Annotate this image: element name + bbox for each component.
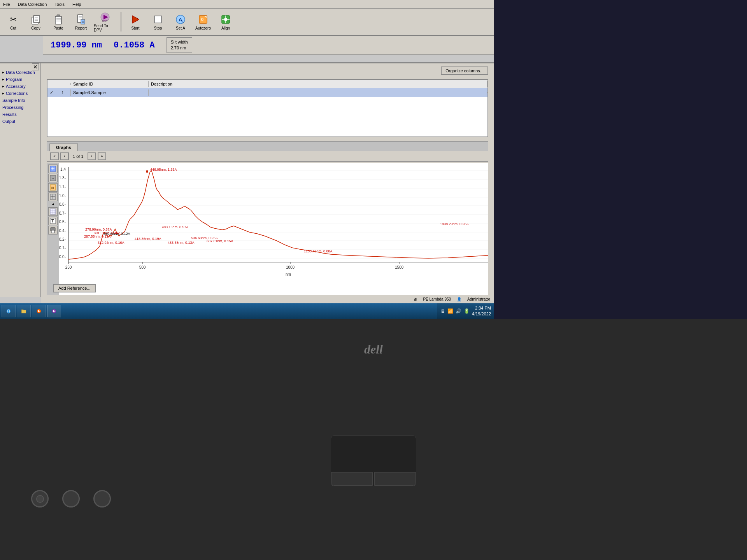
- pan-tool[interactable]: ↔: [48, 174, 58, 182]
- svg-text:500: 500: [139, 265, 146, 270]
- menu-data-collection[interactable]: Data Collection: [16, 1, 49, 7]
- table-row[interactable]: ✓ 1 Sample3.Sample: [47, 88, 487, 97]
- status-bar: 🖥 PE Lambda 950 👤 Administrator: [41, 295, 494, 303]
- sidebar-item-processing[interactable]: Processing: [0, 104, 40, 111]
- report-button[interactable]: Report: [71, 10, 91, 33]
- svg-text:λ: λ: [182, 20, 184, 23]
- svg-text:301.01nm, 0.46A: 301.01nm, 0.46A: [94, 231, 121, 235]
- nav-last-button[interactable]: »: [98, 152, 106, 160]
- align-button[interactable]: Align: [216, 10, 236, 33]
- drive-button[interactable]: [93, 490, 111, 508]
- arrow-icon: ▸: [2, 77, 4, 81]
- row-check: ✓: [47, 89, 59, 96]
- svg-text:0.7-: 0.7-: [59, 211, 66, 215]
- print-tool[interactable]: [48, 226, 58, 234]
- send-to-dpv-button[interactable]: DPV Send To DPV: [93, 10, 117, 33]
- touchpad-left-button[interactable]: [331, 472, 373, 486]
- cut-button[interactable]: ✂ Cut: [3, 10, 23, 33]
- sidebar-item-output[interactable]: Output: [0, 118, 40, 125]
- arrow-icon: ▸: [2, 84, 4, 88]
- autozero-button[interactable]: 0 Autozero: [193, 10, 213, 33]
- svg-text:1500: 1500: [395, 265, 404, 270]
- align-icon: [220, 14, 231, 25]
- svg-text:1938.29nm, 0.26A: 1938.29nm, 0.26A: [440, 222, 469, 226]
- nav-next-button[interactable]: ›: [88, 152, 96, 160]
- taskbar-dpv-button[interactable]: [47, 305, 61, 317]
- taskbar-folder-button[interactable]: [17, 305, 31, 317]
- copy-button[interactable]: Copy: [26, 10, 46, 33]
- status-user-name: Administrator: [467, 297, 490, 301]
- stop-icon: [152, 14, 164, 25]
- send-to-dpv-icon: DPV: [99, 11, 111, 23]
- main-content: Organize columns... Sample ID Descriptio…: [41, 63, 494, 303]
- svg-text:1.1-: 1.1-: [59, 185, 66, 189]
- svg-text:nm: nm: [286, 272, 291, 276]
- optical-button[interactable]: [62, 490, 80, 508]
- toolbar-separator-1: [121, 12, 121, 32]
- slit-width-label: Slit width: [171, 39, 188, 45]
- paste-button[interactable]: Paste: [48, 10, 68, 33]
- text-tool[interactable]: T: [48, 217, 58, 225]
- set-a-icon: A λ: [175, 14, 186, 25]
- touchpad[interactable]: [331, 436, 416, 486]
- sidebar-item-accessory[interactable]: ▸ Accessory: [0, 83, 40, 90]
- svg-point-28: [224, 18, 227, 21]
- stop-button[interactable]: Stop: [148, 10, 168, 33]
- menu-help[interactable]: Help: [71, 1, 83, 7]
- nav-prev-button[interactable]: ‹: [60, 152, 69, 160]
- taskbar-media-button[interactable]: [32, 305, 46, 317]
- row-sample-id: Sample3.Sample: [71, 89, 149, 96]
- set-a-button[interactable]: A λ Set A: [170, 10, 191, 33]
- sidebar-item-sample-info[interactable]: Sample Info: [0, 97, 40, 104]
- sidebar: ✕ ▸ Data Collection ▸ Program ▸ Accessor…: [0, 63, 41, 297]
- graphs-tab[interactable]: Graphs: [49, 144, 78, 151]
- toolbar: ✂ Cut Copy: [0, 9, 494, 36]
- svg-text:0.5-: 0.5-: [59, 220, 66, 224]
- sidebar-close-button[interactable]: ✕: [32, 63, 39, 70]
- status-user-icon: 👤: [457, 297, 461, 301]
- collapse-button[interactable]: ◄: [51, 202, 55, 206]
- svg-text:418.36nm, 0.19A: 418.36nm, 0.19A: [135, 237, 161, 241]
- graph-tabs: Graphs: [47, 142, 488, 151]
- monitor-icon: 🖥: [440, 308, 445, 314]
- wavelength-display: 1999.99 nm: [51, 40, 102, 50]
- start-button[interactable]: Start: [125, 10, 146, 33]
- menu-tools[interactable]: Tools: [53, 1, 66, 7]
- svg-text:250: 250: [65, 265, 72, 270]
- taskbar-ie-button[interactable]: [2, 305, 16, 317]
- svg-text:1150.46nm, 0.08A: 1150.46nm, 0.08A: [304, 249, 333, 253]
- laptop-bottom: dell: [0, 319, 747, 560]
- touchpad-right-button[interactable]: [374, 472, 416, 486]
- zoom-tool[interactable]: [48, 164, 58, 173]
- col-check: [47, 83, 59, 85]
- svg-point-87: [146, 170, 148, 173]
- svg-text:1.4: 1.4: [60, 167, 66, 172]
- nav-first-button[interactable]: «: [50, 152, 59, 160]
- sidebar-item-program[interactable]: ▸ Program: [0, 76, 40, 83]
- add-reference-button[interactable]: Add Reference...: [53, 284, 96, 292]
- svg-text:0.8-: 0.8-: [59, 202, 66, 206]
- svg-text:0.1-: 0.1-: [59, 246, 66, 250]
- svg-rect-43: [50, 209, 56, 214]
- grid-tool[interactable]: [48, 207, 58, 216]
- sidebar-item-results[interactable]: Results: [0, 111, 40, 118]
- organize-columns-button[interactable]: Organize columns...: [441, 66, 488, 75]
- power-button[interactable]: [31, 490, 49, 508]
- select-tool[interactable]: ⊞: [48, 183, 58, 192]
- svg-text:446.05nm, 1.36A: 446.05nm, 1.36A: [150, 168, 177, 172]
- copy-icon: [30, 14, 42, 25]
- svg-marker-20: [132, 16, 139, 23]
- sidebar-item-corrections[interactable]: ▸ Corrections: [0, 90, 40, 97]
- slit-width-box: Slit width 2.70 nm: [167, 37, 192, 53]
- report-icon: [75, 14, 87, 25]
- crosshair-tool[interactable]: [48, 192, 58, 201]
- absorbance-display: 0.1058 A: [114, 40, 155, 50]
- col-sample-id: Sample ID: [71, 81, 149, 87]
- sample-table: Sample ID Description ✓ 1 Sample3.Sample: [47, 79, 488, 137]
- svg-rect-6: [55, 16, 61, 24]
- battery-icon: 🔋: [464, 308, 470, 314]
- svg-text:1000: 1000: [286, 265, 295, 270]
- menu-file[interactable]: File: [2, 1, 12, 7]
- taskbar: 🖥 📶 🔊 🔋 2:34 PM 4/19/2022: [0, 303, 494, 319]
- row-description: [149, 92, 487, 93]
